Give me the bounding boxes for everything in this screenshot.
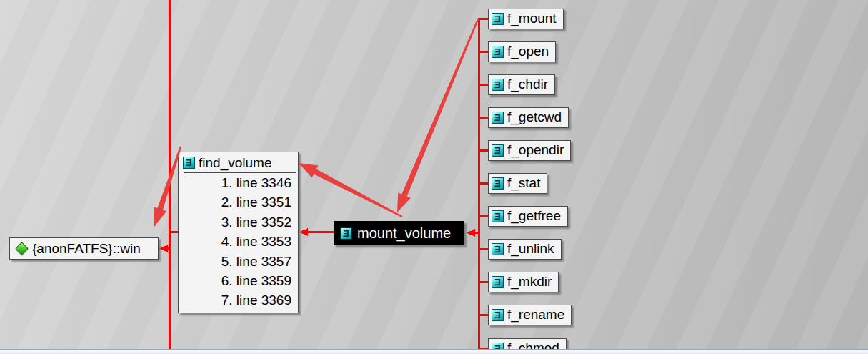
function-icon: E bbox=[183, 157, 195, 169]
node-label: find_volume bbox=[199, 155, 271, 171]
reference-line-item[interactable]: 2. line 3351 bbox=[179, 192, 298, 212]
function-icon: E bbox=[340, 227, 352, 240]
arrowhead-into-find-volume bbox=[299, 228, 308, 236]
function-icon: E bbox=[492, 210, 504, 222]
function-icon: E bbox=[492, 13, 504, 25]
node-label: f_getcwd bbox=[507, 109, 562, 125]
reference-line-item[interactable]: 5. line 3357 bbox=[179, 252, 298, 271]
node-label: f_getfree bbox=[507, 208, 561, 224]
reference-line-item[interactable]: 1. line 3346 bbox=[179, 173, 298, 192]
node-f_stat[interactable]: Ef_stat bbox=[488, 173, 547, 194]
window-bottom-edge bbox=[0, 349, 868, 354]
function-icon: E bbox=[492, 112, 504, 124]
function-icon: E bbox=[492, 276, 504, 288]
node-f_unlink[interactable]: Ef_unlink bbox=[488, 239, 562, 260]
node-f_getfree[interactable]: Ef_getfree bbox=[488, 206, 568, 227]
arrowhead-into-mount-volume bbox=[467, 229, 475, 237]
node-mount-volume-selected[interactable]: E mount_volume bbox=[334, 221, 464, 245]
node-label: f_rename bbox=[507, 307, 564, 323]
call-graph-edges bbox=[0, 0, 868, 354]
node-label: f_stat bbox=[507, 175, 540, 191]
node-label: f_opendir bbox=[507, 142, 564, 158]
function-icon: E bbox=[492, 79, 504, 91]
reference-line-item[interactable]: 3. line 3352 bbox=[179, 212, 298, 232]
node-f_mount[interactable]: Ef_mount bbox=[488, 9, 564, 29]
relation-graph-canvas: {anonFATFS}::win E find_volume 1. line 3… bbox=[0, 0, 868, 354]
node-anonfatfs-win[interactable]: {anonFATFS}::win bbox=[9, 237, 159, 260]
function-icon: E bbox=[492, 177, 504, 190]
node-find-volume[interactable]: E find_volume 1. line 3346 2. line 3351 … bbox=[178, 152, 299, 313]
function-icon: E bbox=[492, 46, 504, 58]
find-volume-header[interactable]: E find_volume bbox=[179, 152, 298, 172]
reference-line-item[interactable]: 7. line 3369 bbox=[179, 290, 298, 310]
node-f_open[interactable]: Ef_open bbox=[488, 41, 556, 62]
node-label: f_mount bbox=[507, 11, 557, 26]
node-label: mount_volume bbox=[357, 225, 451, 242]
function-icon: E bbox=[492, 309, 504, 321]
node-label: f_chdir bbox=[507, 77, 548, 92]
reference-line-item[interactable]: 4. line 3353 bbox=[179, 232, 298, 251]
reference-line-item[interactable]: 6. line 3359 bbox=[179, 271, 298, 290]
node-label: f_mkdir bbox=[507, 274, 552, 290]
node-f_chdir[interactable]: Ef_chdir bbox=[488, 74, 555, 95]
function-icon: E bbox=[492, 243, 504, 255]
node-f_mkdir[interactable]: Ef_mkdir bbox=[488, 272, 559, 292]
node-f_rename[interactable]: Ef_rename bbox=[488, 305, 572, 325]
variable-icon bbox=[15, 242, 28, 255]
node-label: f_unlink bbox=[507, 241, 554, 257]
node-f_getcwd[interactable]: Ef_getcwd bbox=[488, 107, 569, 128]
node-f_opendir[interactable]: Ef_opendir bbox=[488, 140, 571, 161]
node-label: {anonFATFS}::win bbox=[32, 241, 141, 257]
arrowhead-into-win bbox=[159, 245, 168, 252]
node-label: f_open bbox=[507, 44, 549, 59]
function-icon: E bbox=[492, 144, 504, 157]
